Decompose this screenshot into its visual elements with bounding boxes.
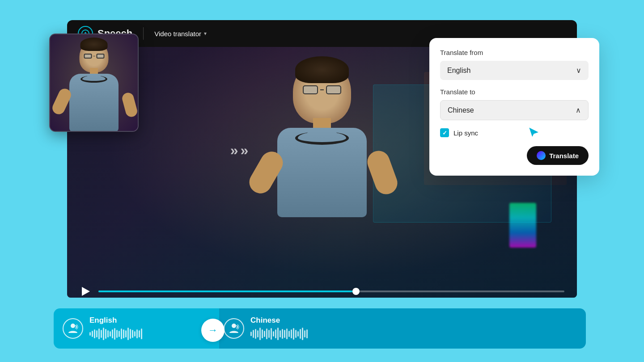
to-language-value: Chinese: [448, 106, 474, 114]
from-language-dropdown[interactable]: English ∨: [440, 61, 589, 80]
play-icon: [82, 287, 90, 296]
waveform-chinese: [250, 327, 308, 341]
from-language-value: English: [447, 67, 470, 75]
progress-fill: [98, 290, 360, 292]
chevron-down-icon: ▾: [204, 30, 207, 37]
waveform-english: [89, 327, 142, 341]
person-head: [293, 61, 351, 123]
audio-section: English → Chinese: [54, 308, 590, 349]
audio-chinese-label: Chinese: [250, 316, 308, 325]
video-controls: [67, 285, 577, 298]
person-hair: [295, 56, 349, 83]
audio-card-chinese: Chinese: [215, 308, 586, 349]
forward-arrows-icon: »: [230, 142, 237, 159]
main-content: » »: [67, 47, 577, 342]
app-container: Speech Video translator ▾: [67, 20, 577, 342]
lip-sync-checkbox[interactable]: ✓: [440, 128, 449, 137]
arrow-circle: →: [201, 319, 225, 342]
audio-english-label: English: [89, 316, 142, 325]
svg-point-2: [71, 324, 75, 328]
audio-english-content: English: [89, 316, 142, 341]
play-button[interactable]: [80, 285, 92, 298]
progress-bar[interactable]: [98, 290, 564, 292]
cursor-icon: [527, 125, 541, 141]
translate-btn-icon: [537, 151, 546, 160]
lip-sync-row: ✓ Lip sync: [440, 128, 589, 137]
nav-dropdown[interactable]: Video translator ▾: [154, 30, 207, 38]
from-dropdown-wrapper: English ∨: [440, 61, 589, 80]
audio-card-english: English: [54, 308, 219, 349]
svg-point-3: [232, 324, 236, 328]
person-glasses: [303, 85, 341, 94]
translate-from-label: Translate from: [440, 49, 589, 56]
checkmark-icon: ✓: [442, 130, 447, 136]
audio-chinese-content: Chinese: [250, 316, 308, 341]
dropdown-chevron-down-icon: ∨: [576, 66, 581, 75]
arrow-right-icon: →: [208, 324, 218, 336]
translate-panel: Translate from English ∨ Translate to Ch…: [429, 38, 599, 176]
thumbnail-card: [49, 34, 139, 132]
dropdown-chevron-up-icon: ∧: [576, 106, 581, 114]
nav-label: Video translator: [154, 30, 201, 38]
thumbnail-inner: [50, 34, 138, 131]
progress-thumb[interactable]: [352, 288, 360, 295]
person-right-arm: [364, 147, 400, 197]
translate-btn-label: Translate: [549, 152, 579, 160]
nav-divider: [143, 27, 144, 40]
svg-marker-1: [529, 127, 539, 138]
person-headphones: [295, 131, 349, 145]
audio-person-icon-english: [63, 318, 83, 339]
lip-sync-label: Lip sync: [453, 129, 478, 137]
main-person-figure: [246, 61, 398, 262]
to-language-dropdown[interactable]: Chinese ∧: [440, 100, 589, 120]
thumbnail-person: [50, 34, 138, 131]
double-chevron-icon: »: [241, 142, 249, 159]
rgb-light: [509, 203, 536, 248]
translate-to-label: Translate to: [440, 88, 589, 96]
audio-person-icon-chinese: [224, 318, 244, 339]
translate-button[interactable]: Translate: [527, 146, 589, 165]
to-dropdown-wrapper: Chinese ∧: [440, 100, 589, 120]
